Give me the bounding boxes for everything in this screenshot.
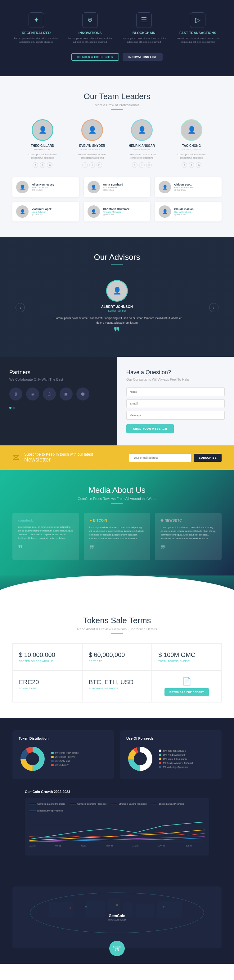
sub-member-0: 👤 Miles Hennessey Head of Design @GemCoi… — [13, 177, 79, 197]
innovations-list-button[interactable]: INNOVATIONS LIST — [123, 53, 163, 61]
partners-contact-row: Partners We Collaborate Only With The Be… — [0, 357, 234, 445]
social-tw-0[interactable]: t — [40, 162, 45, 168]
advisors-divider — [111, 264, 123, 264]
feature-text-0: Lorem ipsum dolor sit amet, consectetur … — [13, 37, 60, 44]
sub-avatar-1: 👤 — [88, 181, 100, 193]
svg-point-30 — [163, 906, 165, 907]
social-li-0[interactable]: in — [47, 162, 53, 168]
legend-item-1: 50% Total Token Tokens — [51, 752, 79, 754]
sub-team-grid: 👤 Miles Hennessey Head of Design @GemCoi… — [13, 177, 221, 221]
leader-desc-0: Lorem ipsum dolor sit amet consectetur a… — [22, 153, 63, 160]
newsletter-left: ✉ Subscribe to Keep In touch with our la… — [13, 452, 93, 463]
use-legend-label-2: 25% R & Development — [163, 754, 185, 756]
social-li-3[interactable]: in — [196, 162, 201, 168]
svg-rect-26 — [136, 904, 154, 918]
legend-item-4: 10% Advisory — [51, 764, 79, 766]
legend-item-2: 25% Token Reserve — [51, 756, 79, 758]
token-value-0: $ 10,000,000 — [19, 651, 76, 659]
growth-legend-2: GemCoin Spending Prognosis — [69, 803, 106, 805]
feature-title-0: DECENTRALIZED — [13, 31, 60, 35]
social-fb-1[interactable]: f — [82, 162, 88, 168]
media-text-1: Lorem ipsum dolor sit amet, consectetur … — [90, 526, 145, 541]
growth-legend-label-3: Ethereum Earning Prognosis — [119, 803, 147, 805]
advisor-quote: ...Lorem ipsum dolor sit amet, consectet… — [52, 316, 182, 326]
tokens-section: Tokens Sale Terms Read About & Preview G… — [0, 600, 234, 718]
message-input[interactable] — [126, 411, 225, 420]
svg-rect-22 — [49, 902, 74, 918]
submit-button[interactable]: SEND YOUR MESSAGE — [126, 424, 174, 433]
leader-avatar-1: 👤 — [81, 119, 103, 141]
media-text-2: Lorem ipsum dolor sit amet, consectetur … — [160, 526, 216, 541]
growth-legend-label-2: GemCoin Spending Prognosis — [77, 803, 106, 805]
partner-logo-1[interactable]: ◈ — [26, 388, 39, 401]
partner-dots — [9, 407, 108, 409]
sub-name-0: Miles Hennessey — [32, 183, 54, 186]
advisor-avatar: 👤 — [106, 280, 128, 302]
partner-logo-0[interactable]: ₿ — [9, 388, 22, 401]
social-fb-0[interactable]: f — [33, 162, 38, 168]
advisors-section: Our Advisors ‹ 👤 ALBERT JOHNSON Senior A… — [0, 237, 234, 357]
sub-avatar-4: 👤 — [88, 205, 100, 218]
legend-item-3: 15% GMC Cap — [51, 760, 79, 762]
media-logo-0: coindesk — [18, 519, 74, 522]
newsletter-email-input[interactable] — [129, 454, 191, 462]
leader-avatar-2: 👤 — [131, 119, 153, 141]
feature-item-3: ▷ FAST TRANSACTIONS Lorem ipsum dolor si… — [174, 13, 222, 44]
social-fb-2[interactable]: f — [132, 162, 138, 168]
email-input[interactable] — [126, 399, 225, 408]
feature-text-3: Lorem ipsum dolor sit amet, consectetur … — [174, 37, 222, 44]
svg-rect-23 — [86, 900, 104, 918]
growth-legend-3: Ethereum Earning Prognosis — [111, 803, 147, 805]
social-li-2[interactable]: in — [146, 162, 152, 168]
svg-rect-24 — [108, 899, 120, 911]
growth-legend-label-1: GemCoin Earning Prognosis — [37, 803, 65, 805]
media-quote-1: ❞ — [90, 544, 145, 554]
advisor-prev-button[interactable]: ‹ — [16, 303, 25, 312]
advisor-next-button[interactable]: › — [209, 303, 218, 312]
media-logo-2: ◉ NEWSBTC — [160, 519, 216, 522]
partner-logo-3[interactable]: ▣ — [59, 388, 73, 401]
use-legend-1: 50% Total Token Budget — [159, 749, 193, 752]
subscribe-button[interactable]: SUBSCRIBE — [194, 454, 221, 462]
growth-chart-svg: JAN 22 APR 22 JUL 22 OCT 22 JAN 23 APR 2… — [29, 816, 205, 850]
sub-member-5: 👤 Claude Gallian Operations Lead @GemCoi… — [155, 202, 221, 221]
social-fb-3[interactable]: f — [181, 162, 187, 168]
team-leader-0: 👤 THEO GILLARD Founder & CEO Lorem ipsum… — [22, 119, 63, 168]
social-tw-1[interactable]: t — [90, 162, 95, 168]
growth-legend-5: Litecoin Earning Prognosis — [29, 810, 63, 812]
social-li-1[interactable]: in — [96, 162, 102, 168]
leader-name-0: THEO GILLARD — [22, 144, 63, 148]
download-pdf-button[interactable]: DOWNLOAD PDF REPORT — [165, 688, 209, 696]
use-donut-svg — [126, 745, 154, 773]
social-tw-2[interactable]: t — [139, 162, 144, 168]
use-legend-3: 15% Legal & Compliance — [159, 757, 193, 760]
feature-title-3: FAST TRANSACTIONS — [174, 31, 222, 35]
gemcoin-badge: Gemcoin 5% — [109, 941, 125, 956]
sub-role-2: Blockchain Expert — [174, 186, 193, 189]
team-leader-3: 👤 TAO CHONG Marketing Director Lorem ips… — [171, 119, 212, 168]
leader-role-0: Founder & CEO — [22, 148, 63, 151]
leader-role-1: Co-Founder & COO — [72, 148, 112, 151]
sub-name-5: Claude Gallian — [174, 207, 194, 211]
svg-rect-27 — [157, 901, 182, 918]
partner-logo-4[interactable]: ⬢ — [76, 388, 90, 401]
newsletter-prefix: Subscribe to Keep In touch with our late… — [24, 452, 93, 457]
svg-point-31 — [69, 907, 71, 909]
distribution-legend: 50% Total Token Tokens 25% Token Reserve… — [51, 752, 79, 766]
team-section: Our Team Leaders Meet a Crew of Professi… — [0, 76, 234, 237]
growth-legend-1: GemCoin Earning Prognosis — [29, 803, 65, 805]
sub-member-3: 👤 Vladimir Lopez Legal Advisor @GemCoin — [13, 202, 79, 221]
details-highlights-button[interactable]: DETAILS & HIGHLIGHTS — [71, 53, 119, 61]
sub-company-2: @GemCoin — [174, 189, 193, 191]
sub-name-4: Christoph Brummer — [103, 207, 130, 211]
partner-logo-2[interactable]: ⬡ — [43, 388, 56, 401]
token-value-3: ERC20 — [19, 679, 76, 686]
name-input[interactable] — [126, 388, 225, 396]
use-legend: 50% Total Token Budget 25% R & Developme… — [159, 749, 193, 768]
svg-text:OCT 22: OCT 22 — [106, 845, 113, 847]
svg-text:JAN 23: JAN 23 — [133, 845, 139, 847]
media-quote-0: ❞ — [18, 543, 74, 554]
feature-title-1: INNOVATIONS — [66, 31, 114, 35]
social-tw-3[interactable]: t — [189, 162, 194, 168]
media-card-1: ✦ BITCOIN Lorem ipsum dolor sit amet, co… — [84, 513, 151, 560]
